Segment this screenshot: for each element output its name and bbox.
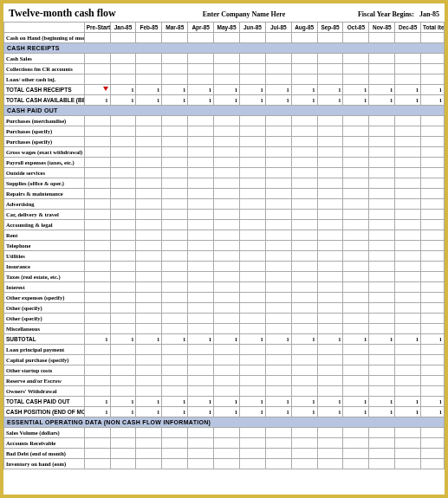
cell[interactable] (110, 303, 136, 314)
cell[interactable] (291, 293, 317, 303)
cell[interactable] (110, 376, 136, 386)
cell[interactable] (214, 178, 240, 189)
cell[interactable] (317, 199, 343, 210)
cell[interactable] (188, 178, 214, 189)
cell[interactable] (421, 189, 445, 199)
cell[interactable] (239, 386, 265, 397)
cell[interactable] (395, 178, 421, 189)
cell[interactable] (369, 126, 395, 137)
cell[interactable]: 1 (291, 407, 317, 417)
cell[interactable] (188, 449, 214, 459)
cell[interactable] (421, 314, 445, 324)
cell[interactable]: 1 (162, 95, 188, 106)
cell[interactable] (421, 147, 445, 158)
cell[interactable] (343, 199, 369, 210)
cell[interactable] (214, 303, 240, 314)
cell[interactable] (343, 376, 369, 386)
cell[interactable] (84, 189, 110, 199)
cell[interactable] (214, 262, 240, 272)
cell[interactable] (110, 168, 136, 178)
cell[interactable] (291, 147, 317, 158)
cell[interactable] (239, 158, 265, 168)
cell[interactable] (110, 282, 136, 293)
cell[interactable] (291, 303, 317, 314)
cell[interactable] (110, 459, 136, 469)
cell[interactable] (162, 251, 188, 262)
cell[interactable] (84, 428, 110, 438)
cell[interactable] (239, 178, 265, 189)
cell[interactable] (188, 230, 214, 241)
cell[interactable] (421, 262, 445, 272)
cell[interactable] (214, 293, 240, 303)
cell[interactable] (395, 449, 421, 459)
cell[interactable] (317, 262, 343, 272)
cell[interactable] (84, 168, 110, 178)
cell[interactable] (265, 74, 291, 85)
cell[interactable] (291, 262, 317, 272)
cell[interactable] (265, 376, 291, 386)
cell[interactable] (343, 230, 369, 241)
cell[interactable] (110, 438, 136, 449)
cell[interactable]: 1 (369, 407, 395, 417)
cell[interactable] (214, 438, 240, 449)
cell[interactable] (343, 282, 369, 293)
cell[interactable] (162, 210, 188, 220)
cell[interactable] (136, 282, 162, 293)
cell[interactable] (369, 199, 395, 210)
cell[interactable] (343, 189, 369, 199)
cell[interactable]: 1 (188, 85, 214, 95)
cell[interactable] (214, 241, 240, 251)
cell[interactable] (291, 178, 317, 189)
cell[interactable] (84, 324, 110, 334)
cell[interactable] (239, 210, 265, 220)
cell[interactable] (317, 282, 343, 293)
cell[interactable] (395, 74, 421, 85)
cell[interactable] (395, 220, 421, 230)
cell[interactable] (317, 74, 343, 85)
cell[interactable]: 1 (395, 85, 421, 95)
cell[interactable] (214, 199, 240, 210)
cell[interactable] (162, 376, 188, 386)
cell[interactable]: 1 (110, 334, 136, 345)
cell[interactable] (110, 210, 136, 220)
cell[interactable] (84, 74, 110, 85)
cell[interactable] (188, 386, 214, 397)
cell[interactable] (162, 189, 188, 199)
cell[interactable] (291, 126, 317, 137)
cell[interactable] (84, 54, 110, 64)
cell[interactable] (136, 251, 162, 262)
cell[interactable] (84, 355, 110, 365)
cell[interactable] (369, 345, 395, 355)
cell[interactable] (214, 230, 240, 241)
cell[interactable] (162, 220, 188, 230)
cell[interactable] (343, 438, 369, 449)
cell[interactable] (188, 376, 214, 386)
cell[interactable] (239, 438, 265, 449)
cell[interactable] (136, 230, 162, 241)
cell[interactable] (136, 365, 162, 376)
cell[interactable] (188, 282, 214, 293)
cell[interactable] (214, 365, 240, 376)
cell[interactable] (395, 355, 421, 365)
cell[interactable] (265, 137, 291, 147)
cell[interactable] (395, 168, 421, 178)
cell[interactable] (421, 54, 445, 64)
cell[interactable] (395, 428, 421, 438)
cell[interactable]: 1 (395, 407, 421, 417)
cell[interactable] (188, 189, 214, 199)
cell[interactable] (162, 126, 188, 137)
cell[interactable]: 1 (343, 407, 369, 417)
cell[interactable] (110, 314, 136, 324)
cell[interactable] (188, 74, 214, 85)
cell[interactable]: 1 (395, 95, 421, 106)
cell[interactable] (136, 64, 162, 74)
cell[interactable] (265, 459, 291, 469)
cell[interactable]: 1 (214, 407, 240, 417)
cell[interactable] (84, 365, 110, 376)
cell[interactable] (84, 241, 110, 251)
cell[interactable] (84, 459, 110, 469)
cell[interactable] (188, 459, 214, 469)
cell[interactable] (395, 251, 421, 262)
cell[interactable] (188, 355, 214, 365)
cell[interactable] (421, 168, 445, 178)
